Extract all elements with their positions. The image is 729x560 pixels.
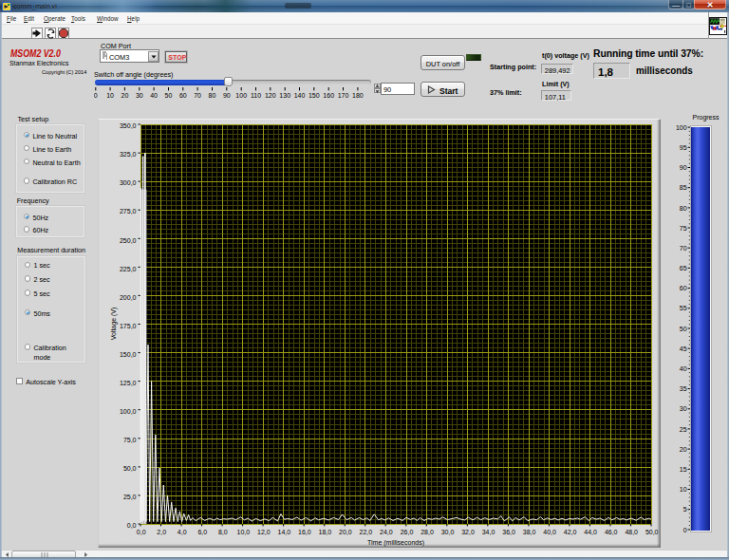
svg-text:120: 120 bbox=[265, 92, 276, 99]
svg-text:95: 95 bbox=[680, 144, 687, 151]
svg-text:100: 100 bbox=[235, 92, 247, 99]
svg-text:20,0: 20,0 bbox=[339, 529, 352, 535]
svg-text:70: 70 bbox=[194, 92, 201, 99]
svg-text:10: 10 bbox=[680, 486, 687, 493]
svg-text:140: 140 bbox=[294, 92, 306, 99]
svg-text:125,0: 125,0 bbox=[119, 380, 136, 386]
svg-text:70: 70 bbox=[680, 245, 687, 252]
svg-text:Voltage (V): Voltage (V) bbox=[109, 308, 117, 341]
svg-text:15: 15 bbox=[680, 466, 687, 473]
svg-text:48,0: 48,0 bbox=[625, 529, 638, 535]
svg-text:2,0: 2,0 bbox=[157, 529, 166, 535]
svg-text:44,0: 44,0 bbox=[584, 529, 597, 535]
svg-text:38,0: 38,0 bbox=[522, 529, 535, 535]
svg-text:225,0: 225,0 bbox=[119, 266, 136, 272]
svg-text:4,0: 4,0 bbox=[177, 529, 186, 535]
svg-text:80: 80 bbox=[680, 205, 687, 212]
svg-text:40,0: 40,0 bbox=[543, 529, 556, 535]
svg-text:32,0: 32,0 bbox=[461, 529, 475, 535]
svg-text:22,0: 22,0 bbox=[359, 529, 372, 535]
svg-text:75: 75 bbox=[680, 225, 687, 232]
svg-text:50,0: 50,0 bbox=[122, 465, 136, 472]
svg-text:8,0: 8,0 bbox=[217, 529, 227, 535]
svg-text:60: 60 bbox=[680, 285, 687, 291]
svg-text:325,0: 325,0 bbox=[119, 151, 136, 158]
svg-text:60: 60 bbox=[179, 92, 187, 99]
svg-text:25: 25 bbox=[680, 426, 687, 433]
svg-text:24,0: 24,0 bbox=[380, 529, 393, 535]
svg-text:80: 80 bbox=[209, 92, 216, 99]
svg-text:250,0: 250,0 bbox=[119, 237, 136, 244]
svg-text:175,0: 175,0 bbox=[119, 323, 136, 329]
svg-text:200,0: 200,0 bbox=[119, 294, 136, 301]
svg-text:180: 180 bbox=[352, 92, 364, 99]
svg-text:0,0: 0,0 bbox=[136, 529, 145, 535]
svg-text:35: 35 bbox=[680, 385, 687, 392]
svg-text:300,0: 300,0 bbox=[119, 179, 136, 186]
svg-text:0,0: 0,0 bbox=[126, 522, 136, 529]
svg-text:170: 170 bbox=[338, 92, 349, 99]
svg-text:90: 90 bbox=[680, 164, 687, 171]
svg-text:110: 110 bbox=[251, 92, 261, 99]
svg-text:45: 45 bbox=[680, 345, 687, 352]
svg-text:65: 65 bbox=[680, 265, 687, 271]
svg-text:50: 50 bbox=[165, 92, 173, 99]
svg-text:85: 85 bbox=[680, 184, 687, 191]
svg-text:90: 90 bbox=[223, 92, 231, 99]
svg-text:20: 20 bbox=[122, 92, 129, 99]
svg-text:30: 30 bbox=[680, 405, 687, 412]
svg-text:26,0: 26,0 bbox=[400, 529, 413, 535]
svg-text:50: 50 bbox=[680, 326, 687, 332]
svg-text:150: 150 bbox=[308, 92, 320, 99]
svg-text:40: 40 bbox=[680, 365, 687, 372]
svg-text:42,0: 42,0 bbox=[563, 529, 576, 535]
svg-text:5: 5 bbox=[683, 506, 687, 513]
svg-text:20: 20 bbox=[680, 446, 687, 453]
svg-text:55: 55 bbox=[680, 305, 687, 311]
svg-text:36,0: 36,0 bbox=[502, 529, 515, 535]
svg-text:10: 10 bbox=[106, 92, 114, 99]
svg-text:10,0: 10,0 bbox=[236, 529, 250, 535]
svg-text:150,0: 150,0 bbox=[119, 351, 136, 358]
svg-text:34,0: 34,0 bbox=[481, 529, 495, 535]
svg-text:12,0: 12,0 bbox=[256, 529, 270, 535]
svg-text:40: 40 bbox=[150, 92, 158, 99]
svg-text:18,0: 18,0 bbox=[318, 529, 331, 535]
svg-text:100: 100 bbox=[676, 124, 687, 131]
svg-text:275,0: 275,0 bbox=[119, 208, 136, 215]
svg-text:28,0: 28,0 bbox=[421, 529, 434, 535]
svg-text:75,0: 75,0 bbox=[122, 437, 136, 443]
svg-text:25,0: 25,0 bbox=[122, 494, 136, 500]
svg-text:30,0: 30,0 bbox=[440, 529, 454, 535]
svg-text:30: 30 bbox=[136, 92, 143, 99]
svg-text:14,0: 14,0 bbox=[277, 529, 290, 535]
svg-text:0: 0 bbox=[683, 527, 687, 533]
svg-text:130: 130 bbox=[279, 92, 290, 99]
svg-text:100,0: 100,0 bbox=[119, 408, 136, 415]
svg-text:16,0: 16,0 bbox=[298, 529, 311, 535]
svg-text:160: 160 bbox=[323, 92, 334, 99]
svg-text:350,0: 350,0 bbox=[119, 122, 136, 129]
svg-text:6,0: 6,0 bbox=[197, 529, 207, 535]
svg-text:0: 0 bbox=[94, 92, 98, 99]
svg-text:46,0: 46,0 bbox=[604, 529, 617, 535]
